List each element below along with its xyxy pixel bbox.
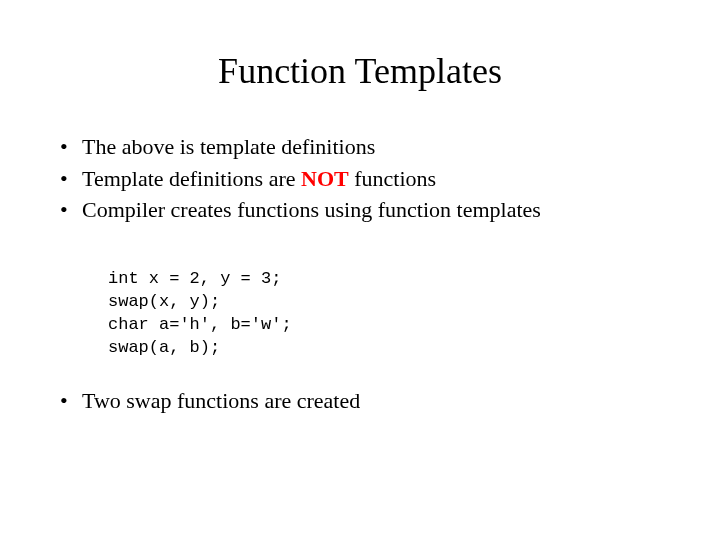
slide-title: Function Templates <box>60 50 660 92</box>
bullet-item: Template definitions are NOT functions <box>60 164 660 194</box>
bullet-text-pre: Template definitions are <box>82 166 301 191</box>
bullet-text-post: functions <box>349 166 436 191</box>
code-line: int x = 2, y = 3; <box>108 269 281 288</box>
bullet-list: The above is template definitions Templa… <box>60 132 660 225</box>
bullet-item: Two swap functions are created <box>60 386 660 416</box>
bullet-item: Compiler creates functions using functio… <box>60 195 660 225</box>
code-line: char a='h', b='w'; <box>108 315 292 334</box>
code-line: swap(x, y); <box>108 292 220 311</box>
bullet-list-footer: Two swap functions are created <box>60 386 660 416</box>
code-snippet: int x = 2, y = 3; swap(x, y); char a='h'… <box>108 245 660 360</box>
emphasis-not: NOT <box>301 166 349 191</box>
code-line: swap(a, b); <box>108 338 220 357</box>
bullet-item: The above is template definitions <box>60 132 660 162</box>
